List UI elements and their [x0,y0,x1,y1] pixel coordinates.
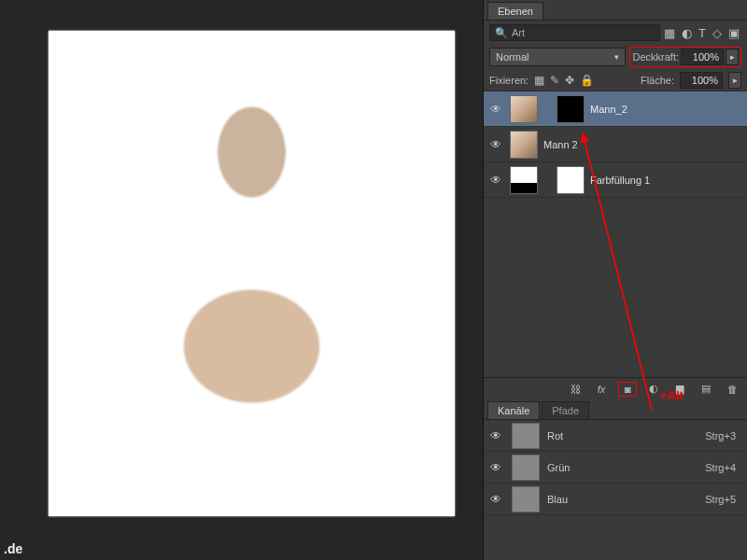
visibility-toggle[interactable]: 👁 [487,174,504,187]
layer-row[interactable]: 👁 Farbfüllung 1 [484,162,747,198]
lock-transparency-icon[interactable]: ▦ [534,74,544,87]
channel-row[interactable]: 👁 Rot Strg+3 [484,420,747,452]
visibility-toggle[interactable]: 👁 [487,461,504,474]
channel-thumbnail [512,455,540,481]
layer-name[interactable]: Mann 2 [543,139,578,150]
blend-mode-value: Normal [496,51,529,63]
channel-shortcut: Strg+4 [705,462,743,473]
adjustment-thumbnail[interactable] [510,166,538,194]
annotation-label: +Alt [660,388,684,402]
image-content [49,31,455,516]
filter-adjust-icon[interactable]: ◐ [682,26,692,40]
new-adjustment-icon[interactable]: ◐ [646,383,661,395]
fill-dropdown[interactable]: ▸ [728,72,741,89]
layer-mask-thumbnail[interactable] [557,166,585,194]
filter-pixel-icon[interactable]: ▦ [664,26,675,40]
channel-row[interactable]: 👁 Blau Strg+5 [484,483,747,515]
opacity-label: Deckkraft: [632,51,679,63]
layer-name[interactable]: Farbfüllung 1 [590,175,650,186]
delete-layer-icon[interactable]: 🗑 [725,384,740,395]
channel-shortcut: Strg+3 [705,430,743,441]
watermark-text: .de [4,541,22,556]
layers-list: 👁 Mann_2 👁 Mann 2 👁 Farbfüllung 1 [484,91,747,198]
layers-footer: ⛓ fx ◙ ◐ ▆ ▤ 🗑 [484,377,747,399]
layer-row[interactable]: 👁 Mann 2 [484,127,747,162]
tab-layers[interactable]: Ebenen [487,2,543,20]
fill-label: Fläche: [641,75,674,86]
filter-type-icon[interactable]: T [698,26,706,40]
visibility-toggle[interactable]: 👁 [487,493,504,506]
opacity-dropdown[interactable]: ▸ [726,49,739,65]
channel-shortcut: Strg+5 [705,494,743,505]
layer-fx-icon[interactable]: fx [594,384,609,395]
visibility-toggle[interactable]: 👁 [487,138,504,151]
channel-thumbnail [512,486,540,512]
opacity-field[interactable]: 100% [681,49,724,65]
filter-smart-icon[interactable]: ▣ [728,26,740,40]
opacity-group-highlight: Deckkraft: 100% ▸ [629,47,741,67]
filter-shape-icon[interactable]: ◇ [712,26,722,40]
visibility-toggle[interactable]: 👁 [487,429,504,442]
add-mask-button[interactable]: ◙ [620,384,635,395]
tab-paths[interactable]: Pfade [542,401,589,419]
new-layer-icon[interactable]: ▤ [698,383,713,395]
filter-iconbar: ▦ ◐ T ◇ ▣ [664,26,741,40]
lock-pixels-icon[interactable]: ✎ [550,74,559,87]
layer-thumbnail[interactable] [510,95,538,123]
search-label: Art [512,27,525,38]
layer-row[interactable]: 👁 Mann_2 [484,91,747,127]
fill-field[interactable]: 100% [680,72,723,89]
tab-channels[interactable]: Kanäle [487,401,540,419]
channel-name: Rot [547,430,563,441]
channel-name: Grün [547,462,570,473]
layer-name[interactable]: Mann_2 [590,104,627,115]
layers-panel: Ebenen 🔍 Art ▦ ◐ T ◇ ▣ Normal ▾ Deckkraf… [483,0,747,560]
lock-position-icon[interactable]: ✥ [565,74,574,87]
layer-filter-search[interactable]: 🔍 Art [489,24,660,41]
channel-thumbnail [512,423,540,449]
blend-mode-select[interactable]: Normal ▾ [489,48,626,66]
lock-icons: ▦ ✎ ✥ 🔒 [534,74,594,87]
lock-all-icon[interactable]: 🔒 [580,74,594,87]
panel-tabs: Ebenen [484,0,747,21]
search-icon: 🔍 [495,27,508,39]
channel-name: Blau [547,494,568,505]
layer-mask-thumbnail[interactable] [557,95,585,123]
layer-thumbnail[interactable] [510,131,538,159]
link-layers-icon[interactable]: ⛓ [568,384,583,395]
visibility-toggle[interactable]: 👁 [487,103,504,116]
chevron-down-icon: ▾ [614,52,619,62]
document-canvas[interactable] [49,31,455,516]
lock-label: Fixieren: [489,75,529,86]
channel-row[interactable]: 👁 Grün Strg+4 [484,452,747,483]
channels-panel: Kanäle Pfade 👁 Rot Strg+3 👁 Grün Strg+4 … [484,401,747,515]
